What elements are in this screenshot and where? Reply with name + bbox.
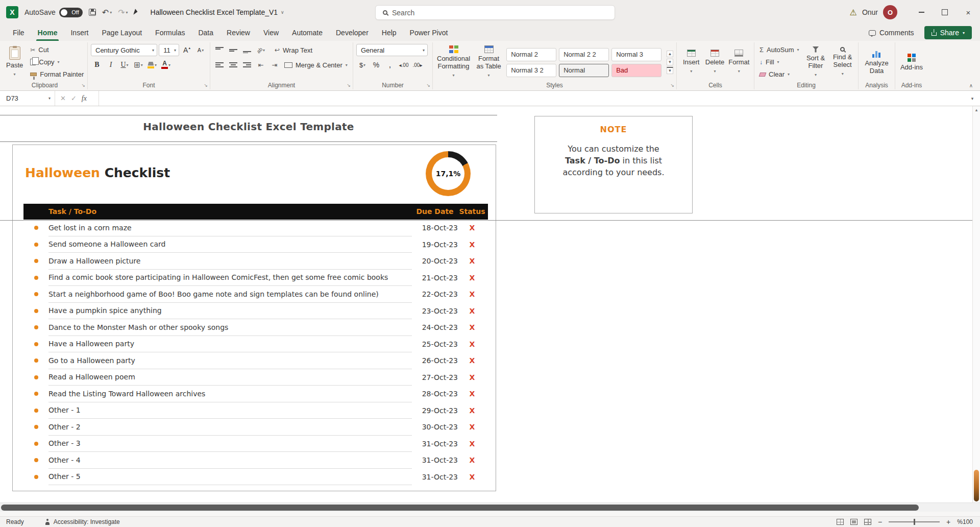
underline-button[interactable]: U▾ (118, 59, 131, 71)
cell-style-normal-2-2[interactable]: Normal 2 2 (559, 48, 609, 61)
clear-button[interactable]: Clear ▾ (757, 68, 801, 80)
copy-button[interactable]: Copy ▾ (28, 56, 86, 68)
analyze-data-button[interactable]: Analyze Data (862, 44, 892, 81)
borders-button[interactable]: ⊞▾ (132, 59, 144, 71)
cancel-entry-button[interactable]: ✕ (60, 94, 66, 102)
align-bottom-button[interactable] (241, 44, 253, 56)
avatar[interactable]: O (883, 5, 897, 19)
paste-button[interactable]: Paste ▾ (5, 44, 24, 81)
font-size-combo[interactable]: 11 ▾ (159, 44, 179, 56)
font-family-combo[interactable]: Century Gothic ▾ (91, 44, 157, 56)
tab-power-pivot[interactable]: Power Pivot (403, 26, 455, 41)
align-top-button[interactable] (213, 44, 226, 56)
table-row[interactable]: Dance to the Monster Mash or other spook… (13, 319, 497, 336)
find-select-button[interactable]: Find & Select ▾ (830, 44, 855, 81)
zoom-slider-knob[interactable] (914, 519, 915, 525)
table-row[interactable]: Go to a Halloween party26-Oct-23X (13, 352, 497, 369)
search-input[interactable] (392, 9, 586, 17)
format-as-table-button[interactable]: Format as Table ▾ (474, 44, 503, 80)
table-row[interactable]: Have a Halloween party25-Oct-23X (13, 336, 497, 353)
worksheet[interactable]: Halloween Checklist Excel Template Hallo… (0, 106, 972, 502)
gallery-more-button[interactable]: ▼ (667, 67, 673, 74)
tab-data[interactable]: Data (191, 26, 220, 41)
zoom-out-button[interactable]: − (878, 518, 882, 526)
dialog-launcher-icon[interactable]: ↘ (81, 83, 85, 88)
horizontal-scroll-thumb[interactable] (1, 505, 919, 511)
decrease-indent-button[interactable]: ⇤ (255, 59, 267, 71)
increase-indent-button[interactable]: ⇥ (268, 59, 281, 71)
percent-style-button[interactable]: % (370, 59, 382, 71)
search-box[interactable] (375, 5, 615, 20)
fill-button[interactable]: ↓ Fill ▾ (757, 56, 801, 68)
page-break-view-button[interactable] (864, 519, 871, 525)
gallery-up-button[interactable]: ▲ (667, 51, 673, 57)
fill-color-button[interactable]: ▾ (146, 59, 158, 71)
italic-button[interactable]: I (105, 59, 117, 71)
addins-button[interactable]: Add-ins (898, 44, 925, 81)
number-format-combo[interactable]: General ▾ (356, 44, 428, 56)
merge-center-button[interactable]: Merge & Center ▾ (282, 59, 350, 71)
table-row[interactable]: Get lost in a corn maze18-Oct-23X (13, 220, 497, 236)
sort-filter-button[interactable]: Sort & Filter ▾ (803, 44, 828, 81)
orientation-button[interactable]: ab▾ (255, 44, 267, 56)
dialog-launcher-icon[interactable]: ↘ (670, 83, 674, 88)
table-row[interactable]: Have a pumpkin spice anything23-Oct-23X (13, 303, 497, 320)
horizontal-scrollbar[interactable] (0, 502, 980, 512)
scroll-up-icon[interactable]: ▴ (973, 107, 980, 112)
decrease-font-button[interactable]: A▾ (194, 44, 207, 56)
autosave-toggle[interactable]: Off (59, 8, 83, 17)
autosum-button[interactable]: Σ AutoSum ▾ (757, 44, 801, 56)
table-row[interactable]: Other - 129-Oct-23X (13, 402, 497, 419)
pointer-mode-button[interactable] (134, 9, 137, 15)
tab-page-layout[interactable]: Page Layout (95, 26, 149, 41)
vertical-scroll-thumb[interactable] (974, 470, 979, 501)
format-painter-button[interactable]: Format Painter (28, 68, 86, 80)
increase-font-button[interactable]: A▴ (181, 44, 193, 56)
user-name[interactable]: Onur (862, 8, 878, 16)
dialog-launcher-icon[interactable]: ↘ (426, 83, 430, 88)
close-button[interactable]: × (957, 0, 980, 25)
cell-style-normal[interactable]: Normal (559, 64, 609, 77)
table-row[interactable]: Other - 531-Oct-23X (13, 469, 497, 486)
vertical-scrollbar[interactable]: ▴ (972, 106, 980, 502)
wrap-text-button[interactable]: ↩ Wrap Text (273, 44, 314, 56)
tab-automate[interactable]: Automate (285, 26, 329, 41)
enter-entry-button[interactable]: ✓ (71, 94, 77, 102)
warning-icon[interactable]: ⚠ (850, 8, 857, 17)
zoom-slider[interactable] (889, 521, 940, 522)
cell-style-bad[interactable]: Bad (611, 64, 662, 77)
page-layout-view-button[interactable] (850, 519, 857, 525)
document-title[interactable]: Halloween Checklist Excel Template_V1 ∨ (151, 8, 284, 16)
table-row[interactable]: Draw a Halloween picture20-Oct-23X (13, 253, 497, 270)
formula-input[interactable] (99, 91, 965, 106)
redo-button[interactable]: ↷▾ (118, 8, 128, 17)
bold-button[interactable]: B (91, 59, 103, 71)
tab-home[interactable]: Home (31, 26, 64, 41)
collapse-ribbon-button[interactable]: ∧ (969, 83, 973, 88)
table-row[interactable]: Start a neighborhood game of Boo! Boo ga… (13, 286, 497, 303)
maximize-button[interactable] (933, 0, 957, 25)
accounting-format-button[interactable]: $▾ (356, 59, 369, 71)
tab-file[interactable]: File (6, 26, 31, 41)
font-color-button[interactable]: A ▾ (160, 59, 172, 71)
table-row[interactable]: Read the Listing Toward Halloween archiv… (13, 386, 497, 402)
tab-help[interactable]: Help (375, 26, 403, 41)
share-button[interactable]: Share ▾ (924, 26, 972, 39)
dialog-launcher-icon[interactable]: ↘ (204, 83, 208, 88)
cell-style-normal-3-2[interactable]: Normal 3 2 (506, 64, 556, 77)
tab-review[interactable]: Review (220, 26, 257, 41)
align-right-button[interactable] (241, 59, 253, 71)
name-box[interactable]: D73 ▾ (0, 91, 55, 106)
insert-function-button[interactable]: fx (82, 94, 87, 103)
align-middle-button[interactable] (227, 44, 239, 56)
normal-view-button[interactable] (837, 519, 844, 525)
align-left-button[interactable] (213, 59, 226, 71)
dialog-launcher-icon[interactable]: ↘ (347, 83, 351, 88)
format-cells-button[interactable]: Format ▾ (727, 44, 751, 81)
tab-formulas[interactable]: Formulas (149, 26, 191, 41)
comments-button[interactable]: Comments (864, 27, 919, 39)
comma-style-button[interactable]: , (384, 59, 396, 71)
zoom-level[interactable]: %100 (957, 518, 973, 525)
table-row[interactable]: Find a comic book store participating in… (13, 270, 497, 286)
cell-style-normal-3[interactable]: Normal 3 (611, 48, 662, 61)
